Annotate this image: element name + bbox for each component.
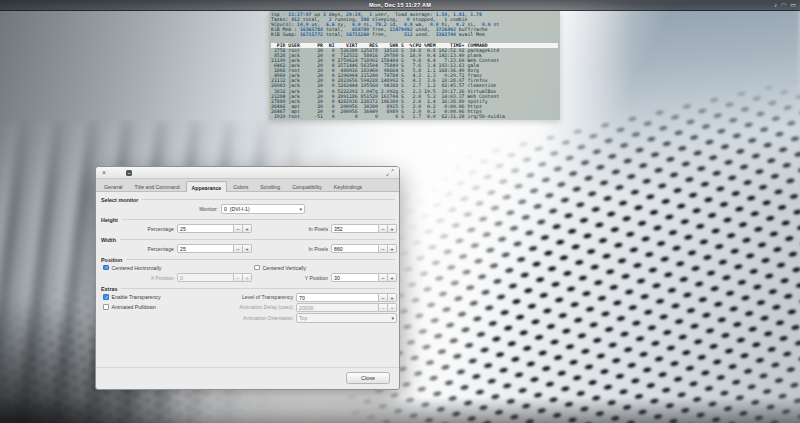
wallpaper-bottom-shade [0, 397, 800, 423]
panel-clock[interactable]: Mon, Dec 15 11:27 AM [0, 0, 800, 11]
chevron-down-icon: ▾ [389, 315, 394, 321]
monitor-label: Monitor: [98, 206, 221, 212]
width-pixels-input[interactable]: 860 [331, 244, 379, 253]
tilda-app-icon: ~ [126, 170, 132, 176]
section-title: Select monitor [97, 197, 138, 203]
desktop: { "panel": { "clock": "Mon, Dec 15 11:27… [0, 0, 800, 423]
minus-button[interactable]: − [379, 293, 388, 302]
minus-button[interactable]: − [234, 244, 243, 253]
y-position-input[interactable]: 30 [331, 273, 379, 282]
tilda-config-dialog: × ~ ↗ ↙ GeneralTitle and CommandAppearan… [95, 166, 400, 390]
centered-horizontally-checkbox[interactable] [103, 265, 109, 271]
appearance-tab-content: Select monitor Monitor: 0 (DVI-I-1) ▾ He… [96, 192, 399, 323]
dialog-actionbar: Close [96, 367, 399, 389]
top-summary: top - 11:27:07 up 3 days, 20:24, 1 user,… [271, 12, 558, 37]
chevron-down-icon: ▾ [297, 206, 302, 212]
section-title: Extras [97, 286, 117, 292]
minus-button[interactable]: − [379, 303, 388, 312]
plus-button[interactable]: + [388, 244, 397, 253]
monitor-value: 0 (DVI-I-1) [224, 206, 297, 212]
plus-button[interactable]: + [243, 244, 252, 253]
centered-vertically-option[interactable]: Centered Vertically [254, 265, 306, 271]
height-pixels-label: In Pixels [252, 226, 331, 232]
section-height: Height [97, 216, 398, 223]
section-select-monitor: Select monitor [97, 196, 398, 203]
tab-keybindings[interactable]: Keybindings [328, 180, 368, 191]
width-pixels-label: In Pixels [252, 246, 331, 252]
plus-button[interactable]: + [388, 224, 397, 233]
animated-pulldown-label: Animated Pulldown [112, 304, 156, 310]
height-percentage-label: Percentage [98, 226, 177, 232]
minus-button[interactable]: − [234, 273, 243, 282]
animation-orientation-value: Top [299, 315, 389, 321]
sound-icon[interactable]: ♪ [774, 0, 777, 11]
dialog-titlebar[interactable]: × ~ ↗ ↙ [96, 167, 399, 179]
plus-button[interactable]: + [388, 293, 397, 302]
animation-delay-label: Animation Delay (usec) [239, 304, 296, 310]
centered-horizontally-label: Centered Horizontally [112, 265, 162, 271]
plus-button[interactable]: + [243, 224, 252, 233]
minus-button[interactable]: − [379, 244, 388, 253]
tab-scrolling[interactable]: Scrolling [254, 180, 286, 191]
section-extras: Extras [97, 285, 398, 292]
width-percentage-input[interactable]: 25 [177, 244, 234, 253]
animation-delay-input[interactable]: 20000 [296, 303, 379, 312]
monitor-select[interactable]: 0 (DVI-I-1) ▾ [221, 204, 305, 214]
section-width: Width [97, 236, 398, 243]
animation-orientation-select[interactable]: Top ▾ [296, 313, 397, 323]
maximize-arrow-sw: ↙ [386, 173, 390, 178]
animated-pulldown-checkbox[interactable] [103, 304, 109, 310]
terminal-process-row: 1919 root -51 0 0 0 0 S 1.7 0.0 62:31.28… [271, 114, 558, 119]
enable-transparency-option[interactable]: Enable Transparency [103, 294, 161, 300]
close-button[interactable]: Close [346, 372, 390, 384]
plus-button[interactable]: + [243, 273, 252, 282]
tab-general[interactable]: General [98, 180, 128, 191]
height-pixels-input[interactable]: 352 [331, 224, 379, 233]
tab-title-and-command[interactable]: Title and Command [128, 180, 185, 191]
y-position-label: Y Position [252, 275, 331, 281]
level-of-transparency-input[interactable]: 70 [296, 293, 379, 302]
width-percentage-label: Percentage [98, 246, 177, 252]
enable-transparency-label: Enable Transparency [112, 294, 161, 300]
plus-button[interactable]: + [388, 303, 397, 312]
tab-appearance[interactable]: Appearance [186, 181, 228, 192]
section-title: Height [97, 217, 118, 223]
maximize-icon[interactable]: ↗ ↙ [386, 169, 394, 177]
minus-button[interactable]: − [234, 224, 243, 233]
tilda-terminal-window[interactable]: top - 11:27:07 up 3 days, 20:24, 1 user,… [269, 11, 560, 120]
animated-pulldown-option[interactable]: Animated Pulldown [103, 304, 156, 310]
centered-horizontally-option[interactable]: Centered Horizontally [103, 265, 161, 271]
section-position: Position [97, 256, 398, 263]
height-percentage-input[interactable]: 25 [177, 224, 234, 233]
centered-vertically-label: Centered Vertically [263, 265, 307, 271]
panel-indicators: ♪◠▭ [774, 0, 796, 11]
dialog-tabbar: GeneralTitle and CommandAppearanceColors… [96, 179, 399, 192]
section-title: Position [97, 257, 122, 263]
minus-button[interactable]: − [379, 273, 388, 282]
close-window-icon[interactable]: × [100, 167, 108, 179]
maximize-arrow-ne: ↗ [390, 169, 394, 174]
level-of-transparency-label: Level of Transparency [242, 294, 296, 300]
battery-icon[interactable]: ▭ [790, 0, 796, 11]
minus-button[interactable]: − [379, 224, 388, 233]
centered-vertically-checkbox[interactable] [254, 265, 260, 271]
plus-button[interactable]: + [388, 273, 397, 282]
x-position-input[interactable]: 0 [177, 273, 234, 282]
enable-transparency-checkbox[interactable] [103, 294, 109, 300]
top-process-list: 3758 root 20 0 526380 125878 18518 S 34.… [271, 48, 558, 119]
network-icon[interactable]: ◠ [781, 0, 786, 11]
wallpaper-gradient-topright [540, 0, 800, 190]
top-panel: Mon, Dec 15 11:27 AM ♪◠▭ [0, 0, 800, 11]
tab-colors[interactable]: Colors [227, 180, 254, 191]
x-position-label: X Position [98, 275, 177, 281]
section-title: Width [97, 237, 116, 243]
animation-orientation-label: Animation Orientation [243, 315, 296, 321]
tab-compatibility[interactable]: Compatibility [286, 180, 328, 191]
